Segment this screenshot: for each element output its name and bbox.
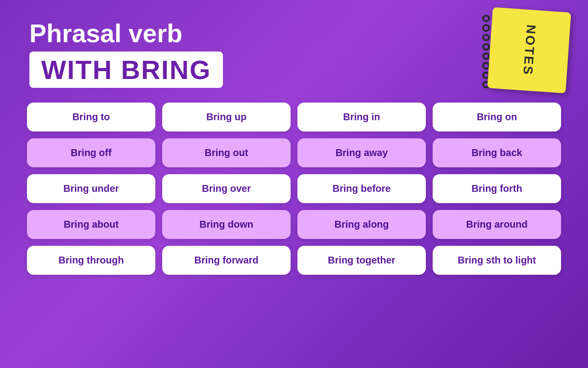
title-block: Phrasal verb WITH BRING [29,20,223,88]
spiral-ring [482,34,490,41]
spiral-ring [482,24,490,31]
verb-card[interactable]: Bring up [162,103,291,131]
verb-card[interactable]: Bring along [297,210,426,239]
verb-card[interactable]: Bring about [27,210,155,239]
verb-card[interactable]: Bring in [297,103,426,131]
verb-card[interactable]: Bring on [433,103,561,131]
title-line2: WITH BRING [29,52,223,88]
verb-card[interactable]: Bring before [297,174,426,203]
verb-grid: Bring toBring upBring inBring onBring of… [0,98,588,285]
verb-card[interactable]: Bring under [27,174,155,203]
notepad-text: NOTES [520,24,539,76]
verb-card[interactable]: Bring away [297,138,426,167]
verb-card[interactable]: Bring down [162,210,291,239]
verb-card[interactable]: Bring over [162,174,291,203]
verb-card[interactable]: Bring through [27,246,155,275]
verb-card[interactable]: Bring back [433,138,561,167]
verb-card[interactable]: Bring forward [162,246,291,275]
verb-card[interactable]: Bring to [27,103,155,131]
verb-card[interactable]: Bring forth [433,174,561,203]
verb-card[interactable]: Bring off [27,138,155,167]
title-line1: Phrasal verb [29,20,223,48]
notepad: NOTES [490,10,568,93]
verb-card[interactable]: Bring out [162,138,291,167]
notepad-body: NOTES [487,7,571,94]
verb-card[interactable]: Bring sth to light [433,246,561,275]
verb-card[interactable]: Bring around [433,210,561,239]
spiral-ring [482,43,490,51]
spiral-ring [482,15,490,22]
verb-card[interactable]: Bring together [297,246,426,275]
